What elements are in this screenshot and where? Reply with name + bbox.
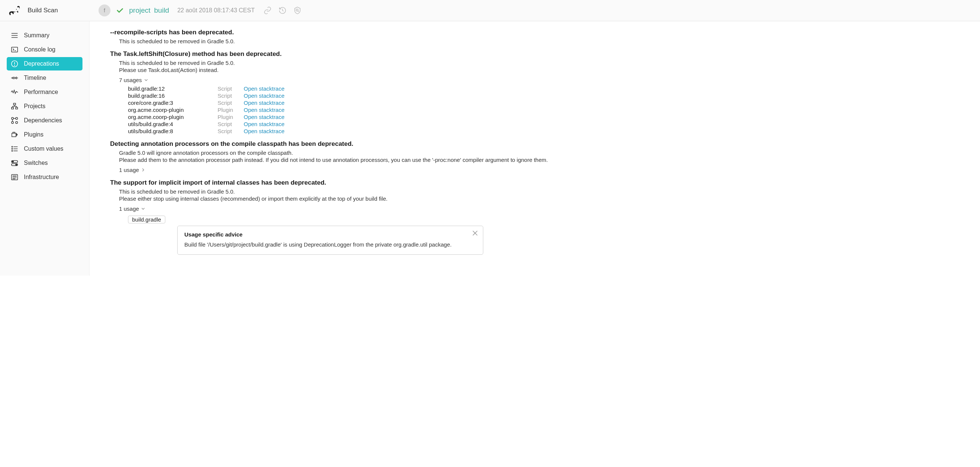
usage-row: build.gradle:16 Script Open stacktrace	[128, 92, 965, 99]
topbar-action-icons	[264, 6, 302, 14]
usage-location: org.acme.coorp-plugin	[128, 107, 218, 113]
link-icon[interactable]	[264, 6, 272, 14]
svg-point-41	[16, 176, 16, 176]
usage-location: org.acme.coorp-plugin	[128, 114, 218, 120]
open-stacktrace-link[interactable]: Open stacktrace	[244, 121, 284, 127]
sidebar-item-console-log[interactable]: Console log	[7, 43, 83, 56]
usages-count: 1 usage	[119, 205, 139, 212]
svg-point-28	[11, 146, 13, 147]
open-stacktrace-link[interactable]: Open stacktrace	[244, 86, 284, 92]
usage-kind: Script	[218, 121, 244, 127]
projects-icon	[10, 102, 19, 110]
usage-location: core/core.gradle:3	[128, 100, 218, 106]
close-icon[interactable]	[472, 230, 479, 237]
sidebar: Summary Console log Deprecations Timelin…	[0, 21, 89, 276]
sidebar-item-label: Console log	[24, 46, 56, 53]
usage-location: build.gradle:12	[128, 86, 218, 92]
deprecation-section: The support for implicit import of inter…	[110, 179, 965, 255]
usage-row: core/core.gradle:3 Script Open stacktrac…	[128, 100, 965, 106]
svg-point-39	[13, 176, 13, 176]
svg-point-30	[11, 148, 13, 149]
usage-row: build.gradle:12 Script Open stacktrace	[128, 86, 965, 92]
sidebar-item-label: Dependencies	[24, 117, 62, 124]
sidebar-item-plugins[interactable]: Plugins	[7, 128, 83, 141]
svg-line-1	[298, 11, 299, 11]
switches-icon	[10, 159, 19, 167]
open-stacktrace-link[interactable]: Open stacktrace	[244, 92, 284, 99]
deprecation-title: --recompile-scripts has been deprecated.	[110, 29, 965, 36]
sidebar-item-label: Timeline	[24, 75, 46, 81]
sidebar-item-label: Projects	[24, 103, 46, 110]
gradle-elephant-icon	[8, 5, 22, 16]
sidebar-item-deprecations[interactable]: Deprecations	[7, 57, 83, 70]
usages-toggle[interactable]: 1 usage	[119, 167, 965, 173]
custom-values-icon	[10, 145, 19, 153]
sidebar-item-projects[interactable]: Projects	[7, 100, 83, 113]
sidebar-item-label: Plugins	[24, 131, 43, 138]
plugins-icon	[10, 130, 19, 139]
svg-rect-5	[11, 48, 18, 52]
sidebar-item-timeline[interactable]: Timeline	[7, 71, 83, 85]
svg-rect-17	[16, 107, 18, 109]
usages-toggle[interactable]: 1 usage	[119, 205, 965, 212]
usage-kind: Plugin	[218, 107, 244, 113]
logo-wrap: Build Scan	[8, 5, 89, 16]
project-name[interactable]: project	[129, 6, 150, 14]
sidebar-item-label: Switches	[24, 160, 48, 166]
sidebar-item-summary[interactable]: Summary	[7, 29, 83, 42]
usage-kind: Script	[218, 100, 244, 106]
svg-point-25	[16, 122, 18, 124]
project-build-label: project build	[129, 6, 169, 14]
deprecation-desc: Please either stop using internal classe…	[119, 195, 965, 202]
sidebar-item-label: Summary	[24, 32, 49, 39]
usages-count: 1 usage	[119, 167, 139, 173]
build-name[interactable]: build	[154, 6, 169, 14]
deprecation-desc: This is scheduled to be removed in Gradl…	[119, 188, 965, 195]
usages-count: 7 usages	[119, 77, 142, 83]
open-stacktrace-link[interactable]: Open stacktrace	[244, 128, 284, 134]
sidebar-item-infrastructure[interactable]: Infrastructure	[7, 170, 83, 184]
deprecations-icon	[10, 60, 19, 68]
svg-point-32	[11, 150, 13, 151]
usage-row: utils/build.gradle:4 Script Open stacktr…	[128, 121, 965, 127]
deprecation-desc: Please use Task.doLast(Action) instead.	[119, 67, 965, 73]
sidebar-item-label: Performance	[24, 89, 58, 95]
open-stacktrace-link[interactable]: Open stacktrace	[244, 114, 284, 120]
usage-table: build.gradle:12 Script Open stacktrace b…	[128, 86, 965, 134]
advice-body: Build file '/Users/git/project/build.gra…	[185, 241, 476, 248]
deprecation-title: Detecting annotation processors on the c…	[110, 140, 965, 148]
svg-point-22	[11, 118, 14, 120]
open-stacktrace-link[interactable]: Open stacktrace	[244, 107, 284, 113]
svg-rect-16	[11, 107, 14, 109]
usage-location: utils/build.gradle:4	[128, 121, 218, 127]
sidebar-item-dependencies[interactable]: Dependencies	[7, 114, 83, 127]
svg-point-23	[16, 118, 18, 120]
svg-point-24	[11, 122, 14, 124]
usage-kind: Plugin	[218, 114, 244, 120]
chevron-right-icon	[141, 168, 145, 172]
sidebar-item-label: Custom values	[24, 146, 64, 152]
usage-location: utils/build.gradle:8	[128, 128, 218, 134]
avatar[interactable]: f	[99, 5, 110, 16]
sidebar-item-label: Infrastructure	[24, 174, 59, 181]
svg-point-35	[12, 161, 14, 163]
summary-icon	[10, 31, 19, 40]
sidebar-item-custom-values[interactable]: Custom values	[7, 142, 83, 156]
sidebar-item-label: Deprecations	[24, 60, 59, 67]
open-stacktrace-link[interactable]: Open stacktrace	[244, 100, 284, 106]
deprecation-desc: Gradle 5.0 will ignore annotation proces…	[119, 149, 965, 156]
svg-rect-15	[13, 103, 16, 105]
history-icon[interactable]	[278, 6, 286, 14]
sidebar-item-performance[interactable]: Performance	[7, 86, 83, 99]
usage-row: utils/build.gradle:8 Script Open stacktr…	[128, 128, 965, 134]
console-icon	[10, 46, 19, 54]
deprecation-title: The Task.leftShift(Closure) method has b…	[110, 50, 965, 58]
deprecation-section: The Task.leftShift(Closure) method has b…	[110, 50, 965, 134]
performance-icon	[10, 88, 19, 96]
deprecation-section: Detecting annotation processors on the c…	[110, 140, 965, 173]
search-badge-icon[interactable]	[293, 6, 302, 14]
deprecation-desc: Please add them to the annotation proces…	[119, 157, 965, 163]
sidebar-item-switches[interactable]: Switches	[7, 156, 83, 170]
usages-toggle[interactable]: 7 usages	[119, 77, 965, 83]
usage-file-pill[interactable]: build.gradle	[128, 216, 165, 224]
